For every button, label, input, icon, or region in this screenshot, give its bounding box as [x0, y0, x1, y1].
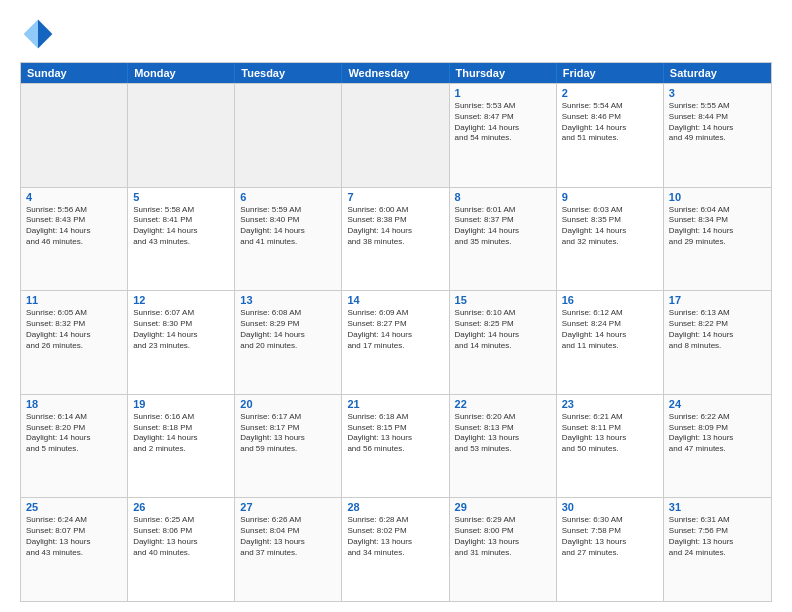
cell-text: Sunrise: 6:09 AM Sunset: 8:27 PM Dayligh… [347, 308, 443, 351]
cal-cell: 15Sunrise: 6:10 AM Sunset: 8:25 PM Dayli… [450, 291, 557, 394]
day-number: 31 [669, 501, 766, 513]
cal-cell: 23Sunrise: 6:21 AM Sunset: 8:11 PM Dayli… [557, 395, 664, 498]
cal-cell [342, 84, 449, 187]
day-number: 21 [347, 398, 443, 410]
cell-text: Sunrise: 6:29 AM Sunset: 8:00 PM Dayligh… [455, 515, 551, 558]
day-number: 19 [133, 398, 229, 410]
cell-text: Sunrise: 6:10 AM Sunset: 8:25 PM Dayligh… [455, 308, 551, 351]
cell-text: Sunrise: 5:53 AM Sunset: 8:47 PM Dayligh… [455, 101, 551, 144]
cal-cell: 5Sunrise: 5:58 AM Sunset: 8:41 PM Daylig… [128, 188, 235, 291]
calendar-body: 1Sunrise: 5:53 AM Sunset: 8:47 PM Daylig… [21, 83, 771, 601]
day-number: 23 [562, 398, 658, 410]
day-number: 27 [240, 501, 336, 513]
cell-text: Sunrise: 6:07 AM Sunset: 8:30 PM Dayligh… [133, 308, 229, 351]
cal-cell: 3Sunrise: 5:55 AM Sunset: 8:44 PM Daylig… [664, 84, 771, 187]
cell-text: Sunrise: 6:26 AM Sunset: 8:04 PM Dayligh… [240, 515, 336, 558]
day-number: 16 [562, 294, 658, 306]
cal-week-3: 11Sunrise: 6:05 AM Sunset: 8:32 PM Dayli… [21, 290, 771, 394]
cal-header-monday: Monday [128, 63, 235, 83]
cell-text: Sunrise: 6:21 AM Sunset: 8:11 PM Dayligh… [562, 412, 658, 455]
cal-cell: 10Sunrise: 6:04 AM Sunset: 8:34 PM Dayli… [664, 188, 771, 291]
cell-text: Sunrise: 5:54 AM Sunset: 8:46 PM Dayligh… [562, 101, 658, 144]
day-number: 30 [562, 501, 658, 513]
day-number: 6 [240, 191, 336, 203]
cal-cell: 20Sunrise: 6:17 AM Sunset: 8:17 PM Dayli… [235, 395, 342, 498]
cal-cell: 31Sunrise: 6:31 AM Sunset: 7:56 PM Dayli… [664, 498, 771, 601]
cal-cell: 4Sunrise: 5:56 AM Sunset: 8:43 PM Daylig… [21, 188, 128, 291]
day-number: 28 [347, 501, 443, 513]
cell-text: Sunrise: 6:25 AM Sunset: 8:06 PM Dayligh… [133, 515, 229, 558]
cal-cell: 17Sunrise: 6:13 AM Sunset: 8:22 PM Dayli… [664, 291, 771, 394]
day-number: 17 [669, 294, 766, 306]
cal-header-saturday: Saturday [664, 63, 771, 83]
day-number: 24 [669, 398, 766, 410]
cal-cell: 22Sunrise: 6:20 AM Sunset: 8:13 PM Dayli… [450, 395, 557, 498]
cal-cell: 2Sunrise: 5:54 AM Sunset: 8:46 PM Daylig… [557, 84, 664, 187]
cell-text: Sunrise: 6:00 AM Sunset: 8:38 PM Dayligh… [347, 205, 443, 248]
day-number: 25 [26, 501, 122, 513]
cal-cell: 7Sunrise: 6:00 AM Sunset: 8:38 PM Daylig… [342, 188, 449, 291]
cal-cell: 6Sunrise: 5:59 AM Sunset: 8:40 PM Daylig… [235, 188, 342, 291]
cell-text: Sunrise: 5:55 AM Sunset: 8:44 PM Dayligh… [669, 101, 766, 144]
cal-cell: 27Sunrise: 6:26 AM Sunset: 8:04 PM Dayli… [235, 498, 342, 601]
calendar: SundayMondayTuesdayWednesdayThursdayFrid… [20, 62, 772, 602]
cal-cell: 18Sunrise: 6:14 AM Sunset: 8:20 PM Dayli… [21, 395, 128, 498]
cal-cell: 30Sunrise: 6:30 AM Sunset: 7:58 PM Dayli… [557, 498, 664, 601]
day-number: 20 [240, 398, 336, 410]
cell-text: Sunrise: 6:16 AM Sunset: 8:18 PM Dayligh… [133, 412, 229, 455]
cal-cell: 21Sunrise: 6:18 AM Sunset: 8:15 PM Dayli… [342, 395, 449, 498]
day-number: 12 [133, 294, 229, 306]
day-number: 14 [347, 294, 443, 306]
day-number: 18 [26, 398, 122, 410]
cell-text: Sunrise: 6:01 AM Sunset: 8:37 PM Dayligh… [455, 205, 551, 248]
cal-cell: 26Sunrise: 6:25 AM Sunset: 8:06 PM Dayli… [128, 498, 235, 601]
cell-text: Sunrise: 6:13 AM Sunset: 8:22 PM Dayligh… [669, 308, 766, 351]
cell-text: Sunrise: 6:17 AM Sunset: 8:17 PM Dayligh… [240, 412, 336, 455]
day-number: 7 [347, 191, 443, 203]
cal-cell: 9Sunrise: 6:03 AM Sunset: 8:35 PM Daylig… [557, 188, 664, 291]
day-number: 9 [562, 191, 658, 203]
cell-text: Sunrise: 6:22 AM Sunset: 8:09 PM Dayligh… [669, 412, 766, 455]
cell-text: Sunrise: 5:58 AM Sunset: 8:41 PM Dayligh… [133, 205, 229, 248]
cell-text: Sunrise: 6:04 AM Sunset: 8:34 PM Dayligh… [669, 205, 766, 248]
header [20, 16, 772, 52]
cell-text: Sunrise: 6:31 AM Sunset: 7:56 PM Dayligh… [669, 515, 766, 558]
cell-text: Sunrise: 6:05 AM Sunset: 8:32 PM Dayligh… [26, 308, 122, 351]
cal-cell [21, 84, 128, 187]
day-number: 22 [455, 398, 551, 410]
cal-cell: 24Sunrise: 6:22 AM Sunset: 8:09 PM Dayli… [664, 395, 771, 498]
cell-text: Sunrise: 6:28 AM Sunset: 8:02 PM Dayligh… [347, 515, 443, 558]
cal-cell: 25Sunrise: 6:24 AM Sunset: 8:07 PM Dayli… [21, 498, 128, 601]
cal-header-friday: Friday [557, 63, 664, 83]
cal-cell [235, 84, 342, 187]
cal-cell: 16Sunrise: 6:12 AM Sunset: 8:24 PM Dayli… [557, 291, 664, 394]
cal-week-2: 4Sunrise: 5:56 AM Sunset: 8:43 PM Daylig… [21, 187, 771, 291]
svg-marker-0 [38, 20, 52, 49]
cell-text: Sunrise: 6:03 AM Sunset: 8:35 PM Dayligh… [562, 205, 658, 248]
day-number: 1 [455, 87, 551, 99]
cal-week-4: 18Sunrise: 6:14 AM Sunset: 8:20 PM Dayli… [21, 394, 771, 498]
cal-cell: 29Sunrise: 6:29 AM Sunset: 8:00 PM Dayli… [450, 498, 557, 601]
day-number: 10 [669, 191, 766, 203]
cell-text: Sunrise: 6:20 AM Sunset: 8:13 PM Dayligh… [455, 412, 551, 455]
svg-marker-1 [24, 20, 38, 49]
day-number: 5 [133, 191, 229, 203]
day-number: 26 [133, 501, 229, 513]
calendar-header: SundayMondayTuesdayWednesdayThursdayFrid… [21, 63, 771, 83]
cal-cell: 12Sunrise: 6:07 AM Sunset: 8:30 PM Dayli… [128, 291, 235, 394]
cell-text: Sunrise: 6:24 AM Sunset: 8:07 PM Dayligh… [26, 515, 122, 558]
day-number: 29 [455, 501, 551, 513]
cell-text: Sunrise: 6:12 AM Sunset: 8:24 PM Dayligh… [562, 308, 658, 351]
cell-text: Sunrise: 6:30 AM Sunset: 7:58 PM Dayligh… [562, 515, 658, 558]
page: SundayMondayTuesdayWednesdayThursdayFrid… [0, 0, 792, 612]
day-number: 3 [669, 87, 766, 99]
cal-week-1: 1Sunrise: 5:53 AM Sunset: 8:47 PM Daylig… [21, 83, 771, 187]
cell-text: Sunrise: 6:18 AM Sunset: 8:15 PM Dayligh… [347, 412, 443, 455]
cal-cell: 28Sunrise: 6:28 AM Sunset: 8:02 PM Dayli… [342, 498, 449, 601]
cell-text: Sunrise: 6:14 AM Sunset: 8:20 PM Dayligh… [26, 412, 122, 455]
cal-header-wednesday: Wednesday [342, 63, 449, 83]
day-number: 15 [455, 294, 551, 306]
cal-header-tuesday: Tuesday [235, 63, 342, 83]
logo [20, 16, 60, 52]
cal-header-thursday: Thursday [450, 63, 557, 83]
